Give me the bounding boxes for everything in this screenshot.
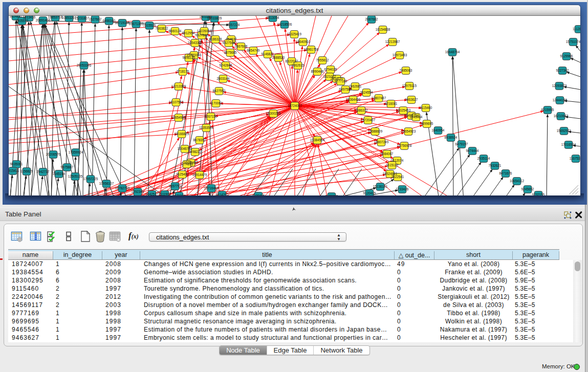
svg-text:9327506: 9327506 xyxy=(223,41,235,45)
svg-text:8938924: 8938924 xyxy=(445,136,458,139)
svg-text:19384554: 19384554 xyxy=(310,138,325,142)
svg-text:10654985: 10654985 xyxy=(171,116,186,119)
svg-text:6497568: 6497568 xyxy=(339,87,352,91)
svg-text:12975115: 12975115 xyxy=(402,84,417,87)
svg-text:9227342: 9227342 xyxy=(556,69,569,72)
svg-text:9327503: 9327503 xyxy=(195,33,208,37)
svg-text:8322037: 8322037 xyxy=(286,59,298,63)
svg-text:16648764: 16648764 xyxy=(445,50,460,54)
svg-text:1112843: 1112843 xyxy=(573,27,580,31)
svg-text:4170063: 4170063 xyxy=(210,101,223,105)
svg-text:1649464: 1649464 xyxy=(410,115,423,119)
svg-text:7357224: 7357224 xyxy=(227,23,240,27)
svg-text:1145194: 1145194 xyxy=(53,172,66,176)
svg-text:12505135: 12505135 xyxy=(68,174,83,178)
svg-text:7485063: 7485063 xyxy=(400,69,412,72)
svg-text:9474444: 9474444 xyxy=(466,149,479,152)
svg-text:1274893: 1274893 xyxy=(181,162,193,166)
svg-text:10973493: 10973493 xyxy=(393,53,407,57)
svg-text:2867608: 2867608 xyxy=(235,45,248,48)
svg-text:18807249: 18807249 xyxy=(374,140,389,144)
svg-text:10958107: 10958107 xyxy=(99,182,114,185)
svg-text:10719185: 10719185 xyxy=(115,21,130,25)
svg-text:9732155: 9732155 xyxy=(532,193,545,195)
svg-text:1156829: 1156829 xyxy=(20,169,33,173)
svg-text:7120415: 7120415 xyxy=(252,194,265,195)
svg-text:16543362: 16543362 xyxy=(188,41,203,45)
svg-text:9835061: 9835061 xyxy=(10,162,23,166)
svg-text:15692971: 15692971 xyxy=(557,129,572,133)
svg-text:19218506: 19218506 xyxy=(277,23,292,26)
svg-text:19853718: 19853718 xyxy=(48,16,63,19)
svg-text:15136141: 15136141 xyxy=(373,185,388,188)
svg-text:6466160: 6466160 xyxy=(103,19,116,23)
svg-text:12444155: 12444155 xyxy=(553,98,568,102)
svg-text:9975887: 9975887 xyxy=(61,165,74,169)
svg-text:2087682: 2087682 xyxy=(365,17,378,21)
svg-text:17957225: 17957225 xyxy=(83,177,98,181)
svg-text:8471676: 8471676 xyxy=(499,171,512,175)
svg-text:16107553: 16107553 xyxy=(169,100,184,104)
svg-text:1362615: 1362615 xyxy=(292,63,304,67)
svg-text:19756928: 19756928 xyxy=(397,144,412,147)
svg-text:19654923: 19654923 xyxy=(401,129,416,133)
svg-text:8454749: 8454749 xyxy=(247,49,260,52)
svg-text:8215955: 8215955 xyxy=(541,108,554,112)
svg-text:11325419: 11325419 xyxy=(287,32,301,36)
svg-text:3915411: 3915411 xyxy=(9,169,19,172)
svg-text:9129966: 9129966 xyxy=(560,54,573,58)
svg-text:1588520: 1588520 xyxy=(272,56,285,59)
svg-text:8186328: 8186328 xyxy=(209,37,222,41)
svg-text:17016504: 17016504 xyxy=(561,143,576,146)
svg-text:6216081: 6216081 xyxy=(385,102,398,105)
svg-text:3875685: 3875685 xyxy=(224,51,237,54)
svg-text:1613416: 1613416 xyxy=(23,16,36,19)
svg-text:12093873: 12093873 xyxy=(552,84,567,87)
svg-text:10807487: 10807487 xyxy=(372,96,386,100)
svg-text:8267150: 8267150 xyxy=(205,115,217,118)
svg-text:20206576: 20206576 xyxy=(46,152,61,156)
svg-text:13226058: 13226058 xyxy=(197,29,212,33)
svg-text:16154838: 16154838 xyxy=(376,28,390,31)
svg-text:1624831: 1624831 xyxy=(10,16,23,18)
svg-text:18640910: 18640910 xyxy=(296,40,311,43)
svg-text:15720407: 15720407 xyxy=(361,118,376,122)
svg-text:18724007: 18724007 xyxy=(288,104,302,107)
svg-text:9463627: 9463627 xyxy=(405,98,418,101)
svg-text:3624554: 3624554 xyxy=(360,91,373,94)
svg-text:10654112: 10654112 xyxy=(510,179,524,183)
svg-text:2718176: 2718176 xyxy=(177,70,189,73)
svg-text:2522541: 2522541 xyxy=(391,175,404,179)
svg-text:2935114: 2935114 xyxy=(477,157,490,160)
svg-text:7955812: 7955812 xyxy=(316,58,329,62)
svg-text:9899695: 9899695 xyxy=(421,122,433,125)
svg-text:20364436: 20364436 xyxy=(346,98,361,101)
svg-text:17359924: 17359924 xyxy=(69,150,83,154)
svg-text:9084067: 9084067 xyxy=(381,152,394,156)
svg-text:1640954: 1640954 xyxy=(432,128,445,132)
svg-text:16210643: 16210643 xyxy=(554,114,569,118)
svg-text:16914479: 16914479 xyxy=(192,173,207,177)
svg-text:6794028: 6794028 xyxy=(324,68,337,71)
svg-text:6479197: 6479197 xyxy=(455,142,468,146)
svg-text:8427552: 8427552 xyxy=(213,89,226,93)
svg-text:12213987: 12213987 xyxy=(385,40,400,43)
svg-text:7515526: 7515526 xyxy=(143,24,156,27)
svg-text:2942737: 2942737 xyxy=(37,170,50,173)
svg-text:20691406: 20691406 xyxy=(36,18,51,22)
svg-text:8990448: 8990448 xyxy=(311,70,324,73)
svg-text:9896125: 9896125 xyxy=(183,56,195,59)
svg-text:154637: 154637 xyxy=(226,37,237,41)
svg-text:8111907: 8111907 xyxy=(159,192,171,195)
svg-text:9120415: 9120415 xyxy=(363,191,376,195)
svg-text:3170952: 3170952 xyxy=(325,194,338,195)
svg-text:10671355: 10671355 xyxy=(129,22,144,26)
svg-text:11353594: 11353594 xyxy=(199,126,213,129)
svg-text:10025453: 10025453 xyxy=(396,108,411,112)
svg-text:18300295: 18300295 xyxy=(266,112,281,115)
svg-text:8912954: 8912954 xyxy=(182,31,195,35)
svg-text:8813054: 8813054 xyxy=(267,16,279,19)
svg-text:15716485: 15716485 xyxy=(204,186,219,190)
svg-text:9115460: 9115460 xyxy=(420,106,432,110)
svg-text:15231807: 15231807 xyxy=(75,16,90,20)
